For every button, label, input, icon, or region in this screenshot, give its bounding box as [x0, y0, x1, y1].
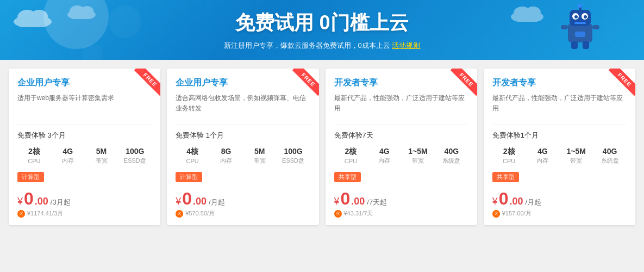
spec-label-1-1: CPU [17, 158, 51, 164]
card-3[interactable]: 开发者专享 最新代产品，性能强劲，广泛适用于建站等应用 免费体验7天 2核 CP… [326, 69, 477, 225]
price-decimal-4: .00 [510, 196, 523, 207]
price-original-text-2: ¥570.50/月 [185, 209, 215, 218]
spec-value-3-3: 1~5M [401, 147, 435, 156]
banner-title: 免费试用 0门槛上云 [11, 10, 633, 36]
spec-item-1-3: 5M 带宽 [85, 147, 118, 165]
specs-row-3: 2核 CPU 4G 内存 1~5M 带宽 40G 系统盘 [334, 147, 468, 165]
spec-label-1-2: 内存 [51, 157, 85, 165]
spec-value-1-2: 4G [51, 147, 85, 156]
spec-label-3-3: 带宽 [401, 157, 435, 165]
price-yuan-3: ¥ [334, 196, 340, 207]
price-section-1: ¥ 0 .00 /3月起 火 ¥1174.41/3月 [17, 190, 152, 218]
spec-item-1-1: 2核 CPU [17, 147, 51, 165]
free-ribbon-1 [128, 69, 160, 101]
spec-label-4-1: CPU [492, 158, 526, 164]
spec-value-4-4: 40G [593, 147, 627, 156]
spec-item-2-4: 100G ESSD盘 [277, 147, 310, 165]
price-original-3: 火 ¥43.31/7天 [334, 209, 468, 218]
specs-row-4: 2核 CPU 4G 内存 1~5M 带宽 40G 系统盘 [492, 147, 627, 165]
trial-period-2: 免费体验 1个月 [176, 131, 310, 140]
trial-period-3: 免费体验7天 [334, 131, 468, 140]
divider-2 [176, 125, 310, 125]
spec-value-1-3: 5M [85, 147, 118, 156]
svg-point-16 [584, 15, 587, 18]
spec-item-2-3: 5M 带宽 [243, 147, 277, 165]
price-original-icon-1: 火 [17, 210, 25, 218]
price-decimal-1: .00 [35, 196, 48, 207]
price-main-1: ¥ 0 .00 /3月起 [17, 190, 152, 207]
card-2[interactable]: 企业用户专享 适合高网络包收发场景，例如视频弹幕、电信业务转发 免费体验 1个月… [167, 69, 318, 225]
card-4[interactable]: 开发者专享 最新代产品，性能强劲，广泛适用于建站等应用 免费体验1个月 2核 C… [484, 69, 635, 225]
spec-value-1-4: 100G [118, 147, 152, 156]
svg-rect-19 [592, 25, 599, 29]
spec-value-3-1: 2核 [334, 147, 368, 157]
spec-value-2-2: 8G [209, 147, 243, 156]
spec-label-4-3: 带宽 [559, 157, 593, 165]
price-main-2: ¥ 0 .00 /月起 [176, 190, 310, 207]
type-badge-4: 共享型 [492, 172, 519, 182]
spec-item-3-1: 2核 CPU [334, 147, 368, 165]
divider-4 [492, 125, 627, 125]
trial-period-4: 免费体验1个月 [492, 131, 627, 140]
spec-item-4-4: 40G 系统盘 [593, 147, 627, 165]
spec-label-2-2: 内存 [209, 157, 243, 165]
spec-value-3-4: 40G [435, 147, 468, 156]
spec-value-4-1: 2核 [492, 147, 526, 157]
price-period-3: /7天起 [367, 197, 387, 207]
card-1[interactable]: 企业用户专享 适用于web服务器等计算密集需求 免费体验 3个月 2核 CPU … [9, 69, 160, 225]
price-main-3: ¥ 0 .00 /7天起 [334, 190, 468, 207]
spec-item-3-4: 40G 系统盘 [435, 147, 468, 165]
price-period-2: /月起 [209, 197, 225, 207]
spec-label-3-1: CPU [334, 158, 368, 164]
spec-value-3-2: 4G [367, 147, 401, 156]
price-main-4: ¥ 0 .00 /月起 [492, 190, 627, 207]
price-section-2: ¥ 0 .00 /月起 火 ¥570.50/月 [176, 190, 310, 218]
spec-item-4-3: 1~5M 带宽 [559, 147, 593, 165]
svg-rect-17 [574, 22, 586, 24]
specs-row-1: 2核 CPU 4G 内存 5M 带宽 100G ESSD盘 [17, 147, 152, 165]
banner: 免费试用 0门槛上云 新注册用户专享，爆款云服务器免费试用，0成本上云 活动规则 [0, 0, 644, 60]
spec-label-4-4: 系统盘 [593, 157, 627, 165]
spec-value-4-2: 4G [526, 147, 560, 156]
robot-mascot [560, 4, 601, 53]
spec-value-2-1: 4核 [176, 147, 209, 157]
free-ribbon-3 [445, 69, 477, 101]
price-original-1: 火 ¥1174.41/3月 [17, 209, 152, 218]
type-badge-3: 共享型 [334, 172, 361, 182]
spec-value-2-4: 100G [277, 147, 310, 156]
divider-1 [17, 125, 152, 125]
price-original-icon-2: 火 [176, 210, 183, 218]
spec-label-2-3: 带宽 [243, 157, 277, 165]
svg-point-15 [574, 15, 578, 18]
price-original-text-3: ¥43.31/7天 [344, 209, 373, 218]
spec-item-4-2: 4G 内存 [526, 147, 560, 165]
spec-label-3-2: 内存 [367, 157, 401, 165]
spec-item-2-2: 8G 内存 [209, 147, 243, 165]
price-section-3: ¥ 0 .00 /7天起 火 ¥43.31/7天 [334, 190, 468, 218]
price-period-1: /3月起 [51, 197, 71, 207]
svg-rect-22 [575, 32, 585, 37]
spec-value-4-3: 1~5M [559, 147, 593, 156]
spec-value-1-1: 2核 [17, 147, 51, 157]
free-ribbon-4 [603, 69, 635, 101]
spec-label-3-4: 系统盘 [435, 157, 468, 165]
spec-item-4-1: 2核 CPU [492, 147, 526, 165]
price-zero-1: 0 [24, 190, 34, 207]
specs-row-2: 4核 CPU 8G 内存 5M 带宽 100G ESSD盘 [176, 147, 310, 165]
activity-rules-link[interactable]: 活动规则 [392, 41, 420, 50]
spec-value-2-3: 5M [243, 147, 277, 156]
spec-item-3-3: 1~5M 带宽 [401, 147, 435, 165]
divider-3 [334, 125, 468, 125]
spec-label-1-3: 带宽 [85, 157, 118, 165]
price-original-text-4: ¥157.00/月 [502, 209, 532, 218]
price-original-icon-3: 火 [334, 210, 342, 218]
type-badge-1: 计算型 [17, 172, 44, 182]
price-decimal-3: .00 [351, 196, 365, 207]
spec-item-2-1: 4核 CPU [176, 147, 209, 165]
free-ribbon-2 [286, 69, 319, 101]
price-original-icon-4: 火 [492, 210, 500, 218]
spec-item-3-2: 4G 内存 [367, 147, 401, 165]
svg-rect-21 [583, 41, 589, 49]
spec-item-1-2: 4G 内存 [51, 147, 85, 165]
trial-period-1: 免费体验 3个月 [17, 131, 152, 140]
